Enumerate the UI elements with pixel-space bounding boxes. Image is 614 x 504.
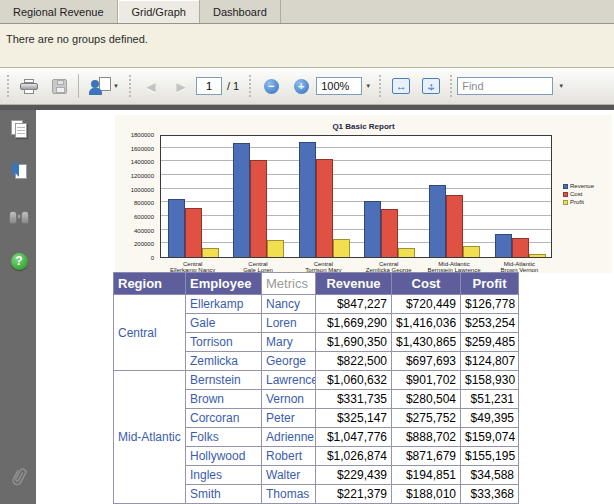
bar-cost (381, 209, 398, 257)
bar-revenue (495, 234, 512, 257)
header-metrics[interactable]: Metrics (262, 273, 316, 295)
y-tick-label: 1200000 (131, 173, 154, 179)
last-cell: Corcoran (186, 409, 262, 428)
profit-cell: $155,195 (461, 447, 519, 466)
find-input[interactable] (457, 77, 553, 95)
tab-regional-revenue[interactable]: Regional Revenue (0, 0, 118, 23)
bar-profit (202, 248, 219, 257)
profit-cell: $49,395 (461, 409, 519, 428)
first-cell: Adrienne (262, 428, 316, 447)
last-cell: Gale (186, 314, 262, 333)
bar-group (292, 136, 357, 257)
header-employee[interactable]: Employee (186, 273, 262, 295)
next-page-button[interactable]: ► (167, 72, 195, 100)
chart-title: Q1 Basic Report (115, 122, 612, 131)
previous-page-button[interactable]: ◄ (137, 72, 165, 100)
last-cell: Folks (186, 428, 262, 447)
bar-revenue (168, 199, 185, 257)
header-profit[interactable]: Profit (461, 273, 519, 295)
y-tick-label: 0 (151, 255, 154, 261)
previous-page-icon: ◄ (144, 78, 159, 95)
last-cell: Bernstein (186, 371, 262, 390)
last-cell: Smith (186, 485, 262, 504)
profit-cell: $253,254 (461, 314, 519, 333)
page-number-input[interactable] (196, 77, 222, 95)
first-cell: Thomas (262, 485, 316, 504)
tab-dashboard[interactable]: Dashboard (200, 0, 281, 23)
find-dropdown-caret-icon[interactable]: ▼ (558, 83, 564, 89)
fit-page-button[interactable]: ↔ ↕ (417, 72, 445, 100)
legend-item: Revenue (563, 183, 594, 190)
print-button[interactable] (15, 72, 43, 100)
zoom-in-icon: + (294, 79, 309, 94)
search-panel-button[interactable] (8, 206, 30, 228)
bookmarks-icon (11, 163, 27, 181)
bar-group (488, 136, 553, 257)
toolbar-grip[interactable] (127, 75, 134, 97)
profit-cell: $159,074 (461, 428, 519, 447)
toolbar-grip[interactable] (5, 75, 12, 97)
bar-revenue (233, 143, 250, 257)
bar-cost (446, 195, 463, 257)
groups-message: There are no groups defined. (0, 24, 614, 68)
fit-width-button[interactable]: ↔ (387, 72, 415, 100)
bookmarks-panel-button[interactable] (8, 161, 30, 183)
cost-cell: $901,702 (392, 371, 461, 390)
header-cost[interactable]: Cost (392, 273, 461, 295)
zoom-out-button[interactable]: − (257, 72, 285, 100)
bar-cost (250, 160, 267, 257)
bar-cost (185, 208, 202, 257)
revenue-cell: $1,047,776 (316, 428, 392, 447)
legend-item: Cost (563, 191, 594, 198)
tab-grid-graph[interactable]: Grid/Graph (118, 0, 200, 23)
toolbar-grip[interactable] (377, 75, 384, 97)
toolbar-grip[interactable] (247, 75, 254, 97)
attachments-button[interactable] (8, 466, 30, 488)
y-tick-label: 600000 (134, 214, 154, 220)
header-region[interactable]: Region (114, 273, 186, 295)
profit-cell: $51,231 (461, 390, 519, 409)
bar-revenue (364, 201, 381, 257)
y-tick-label: 1000000 (131, 187, 154, 193)
bar-revenue (429, 185, 446, 257)
last-cell: Torrison (186, 333, 262, 352)
zoom-level-select[interactable]: 100% (316, 77, 362, 95)
tab-bar: Regional RevenueGrid/GraphDashboard (0, 0, 614, 24)
legend-label: Revenue (570, 183, 594, 190)
bar-group (357, 136, 422, 257)
bar-group (226, 136, 291, 257)
y-tick-label: 1400000 (131, 159, 154, 165)
report-viewer-window: Regional RevenueGrid/GraphDashboard Ther… (0, 0, 614, 504)
help-button[interactable]: ? (8, 250, 30, 272)
toolbar-grip[interactable] (448, 75, 455, 97)
legend-swatch (563, 192, 568, 197)
fit-page-icon: ↔ ↕ (422, 78, 440, 94)
fit-width-icon: ↔ (392, 78, 410, 94)
last-cell: Brown (186, 390, 262, 409)
legend-swatch (563, 200, 568, 205)
export-button[interactable]: ▼ (84, 72, 124, 100)
cost-cell: $188,010 (392, 485, 461, 504)
profit-cell: $126,778 (461, 295, 519, 314)
revenue-cell: $331,735 (316, 390, 392, 409)
legend-swatch (563, 184, 568, 189)
header-revenue[interactable]: Revenue (316, 273, 392, 295)
binoculars-search-icon (9, 211, 29, 224)
pages-panel-button[interactable] (8, 118, 30, 140)
first-cell: George (262, 352, 316, 371)
last-cell: Ellerkamp (186, 295, 262, 314)
toolbar-separator (78, 74, 79, 98)
first-cell: Nancy (262, 295, 316, 314)
zoom-in-button[interactable]: + (287, 72, 315, 100)
zoom-dropdown-caret-icon[interactable]: ▼ (365, 83, 371, 89)
save-button[interactable] (45, 72, 73, 100)
first-cell: Walter (262, 466, 316, 485)
bar-profit (463, 246, 480, 257)
revenue-cell: $1,026,874 (316, 447, 392, 466)
revenue-cell: $229,439 (316, 466, 392, 485)
cost-cell: $888,702 (392, 428, 461, 447)
profit-cell: $33,368 (461, 485, 519, 504)
bar-profit (398, 248, 415, 257)
cost-cell: $280,504 (392, 390, 461, 409)
y-tick-label: 1800000 (131, 132, 154, 138)
